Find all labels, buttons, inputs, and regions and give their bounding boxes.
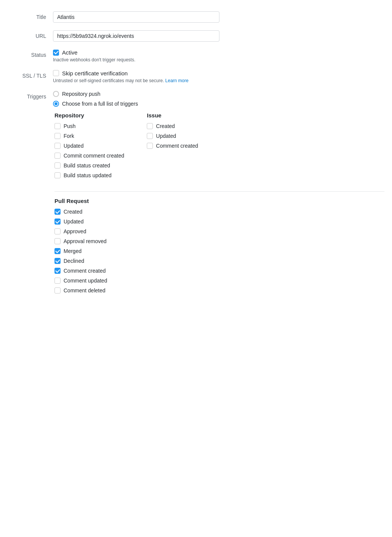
pr-comment-created-checkbox-row: Comment created: [54, 268, 384, 274]
pr-comment-deleted-checkbox-row: Comment deleted: [54, 287, 384, 293]
repo-push-item-label: Push: [64, 123, 76, 129]
repo-push-label: Repository push: [62, 91, 100, 97]
issue-section: Issue Created Updated Comment created: [147, 112, 198, 182]
pull-request-section-title: Pull Request: [54, 198, 384, 204]
pr-declined-checkbox[interactable]: [54, 258, 61, 264]
pr-merged-item-label: Merged: [64, 248, 81, 254]
repo-commit-comment-checkbox-row: Commit comment created: [54, 153, 124, 159]
trigger-grid: Repository Push Fork Updated Commit comm…: [54, 112, 384, 182]
repo-push-checkbox-row: Push: [54, 123, 124, 129]
issue-created-item-label: Created: [156, 123, 175, 129]
pr-comment-updated-item-label: Comment updated: [64, 278, 107, 284]
pr-approved-checkbox[interactable]: [54, 228, 61, 234]
pr-created-item-label: Created: [64, 209, 82, 215]
pr-comment-updated-checkbox-row: Comment updated: [54, 278, 384, 284]
pr-merged-checkbox[interactable]: [54, 248, 61, 254]
url-control: [53, 30, 384, 42]
repository-section: Repository Push Fork Updated Commit comm…: [54, 112, 124, 182]
ssl-learn-more-link[interactable]: Learn more: [165, 78, 188, 83]
triggers-control: Repository push Choose from a full list …: [53, 91, 384, 297]
repo-updated-item-label: Updated: [64, 143, 84, 149]
pr-comment-created-item-label: Comment created: [64, 268, 106, 274]
issue-created-checkbox[interactable]: [147, 123, 153, 129]
ssl-row: SSL / TLS Skip certificate verification …: [8, 70, 384, 83]
pr-approved-checkbox-row: Approved: [54, 228, 384, 234]
repo-build-updated-checkbox[interactable]: [54, 172, 61, 178]
repo-commit-comment-checkbox[interactable]: [54, 153, 61, 159]
pr-approval-removed-checkbox-row: Approval removed: [54, 238, 384, 244]
pr-declined-item-label: Declined: [64, 258, 84, 264]
full-list-radio[interactable]: [53, 101, 59, 107]
pr-created-checkbox[interactable]: [54, 209, 61, 215]
ssl-label: SSL / TLS: [8, 70, 53, 79]
repo-commit-comment-item-label: Commit comment created: [64, 153, 124, 159]
issue-section-title: Issue: [147, 112, 198, 119]
pr-merged-checkbox-row: Merged: [54, 248, 384, 254]
repo-build-updated-checkbox-row: Build status updated: [54, 172, 124, 178]
issue-updated-checkbox[interactable]: [147, 133, 153, 139]
repo-updated-checkbox[interactable]: [54, 143, 61, 149]
pr-comment-deleted-checkbox[interactable]: [54, 287, 61, 293]
pr-created-checkbox-row: Created: [54, 209, 384, 215]
title-row: Title: [8, 11, 384, 23]
pr-comment-created-checkbox[interactable]: [54, 268, 61, 274]
pull-request-section: Pull Request Created Updated Approved Ap…: [54, 191, 384, 293]
pr-declined-checkbox-row: Declined: [54, 258, 384, 264]
issue-comment-created-checkbox-row: Comment created: [147, 143, 198, 149]
repo-push-radio-row: Repository push: [53, 91, 384, 97]
pr-divider: [54, 191, 384, 192]
repo-fork-checkbox-row: Fork: [54, 133, 124, 139]
title-input[interactable]: [53, 11, 219, 23]
repo-push-radio[interactable]: [53, 91, 59, 97]
pr-updated-checkbox[interactable]: [54, 219, 61, 225]
issue-created-checkbox-row: Created: [147, 123, 198, 129]
issue-comment-created-item-label: Comment created: [156, 143, 198, 149]
issue-comment-created-checkbox[interactable]: [147, 143, 153, 149]
repo-push-checkbox[interactable]: [54, 123, 61, 129]
ssl-checkbox[interactable]: [53, 70, 59, 76]
full-list-radio-row: Choose from a full list of triggers: [53, 101, 384, 107]
repo-fork-item-label: Fork: [64, 133, 74, 139]
ssl-hint: Untrusted or self-signed certificates ma…: [53, 78, 384, 83]
issue-updated-item-label: Updated: [156, 133, 176, 139]
url-row: URL: [8, 30, 384, 42]
repo-updated-checkbox-row: Updated: [54, 143, 124, 149]
pr-updated-checkbox-row: Updated: [54, 219, 384, 225]
issue-updated-checkbox-row: Updated: [147, 133, 198, 139]
repo-build-updated-item-label: Build status updated: [64, 172, 112, 178]
pr-updated-item-label: Updated: [64, 219, 84, 225]
status-hint: Inactive webhooks don't trigger requests…: [53, 57, 384, 62]
repo-build-created-checkbox-row: Build status created: [54, 162, 124, 169]
url-input[interactable]: [53, 30, 219, 42]
status-checkbox[interactable]: [53, 50, 59, 56]
repo-build-created-item-label: Build status created: [64, 162, 110, 169]
pr-comment-deleted-item-label: Comment deleted: [64, 287, 106, 293]
title-label: Title: [8, 11, 53, 20]
repo-build-created-checkbox[interactable]: [54, 162, 61, 169]
url-label: URL: [8, 30, 53, 39]
full-list-label: Choose from a full list of triggers: [62, 101, 138, 107]
status-text: Active: [62, 49, 78, 56]
title-control: [53, 11, 384, 23]
status-label: Status: [8, 49, 53, 58]
status-control: Active Inactive webhooks don't trigger r…: [53, 49, 384, 62]
pr-approved-item-label: Approved: [64, 228, 86, 234]
repo-fork-checkbox[interactable]: [54, 133, 61, 139]
ssl-control: Skip certificate verification Untrusted …: [53, 70, 384, 83]
triggers-label: Triggers: [8, 91, 53, 100]
triggers-row: Triggers Repository push Choose from a f…: [8, 91, 384, 297]
repository-section-title: Repository: [54, 112, 124, 119]
ssl-text: Skip certificate verification: [62, 70, 128, 76]
status-row: Status Active Inactive webhooks don't tr…: [8, 49, 384, 62]
pr-comment-updated-checkbox[interactable]: [54, 278, 61, 284]
pr-approval-removed-item-label: Approval removed: [64, 238, 107, 244]
pr-approval-removed-checkbox[interactable]: [54, 238, 61, 244]
